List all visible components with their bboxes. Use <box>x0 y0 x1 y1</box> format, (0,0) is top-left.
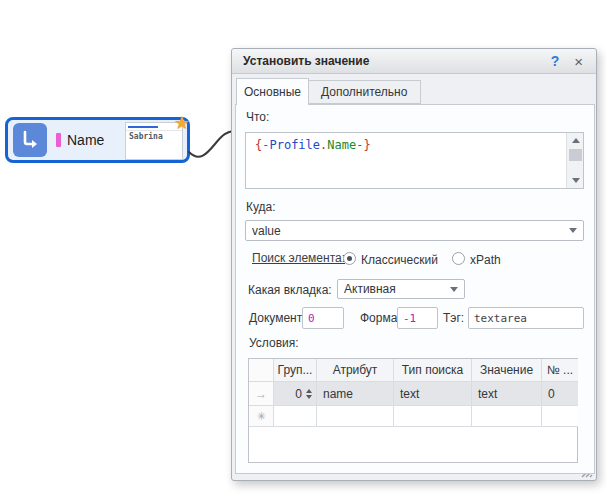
document-label: Документ: <box>249 311 306 325</box>
set-value-arrow-icon <box>13 123 47 157</box>
which-tab-combobox[interactable]: Активная <box>337 279 465 299</box>
search-element-link[interactable]: Поиск элемента: <box>252 251 345 265</box>
conditions-label: Условия: <box>249 336 299 350</box>
cell-attribute-value: name <box>323 387 353 401</box>
help-icon[interactable]: ? <box>551 53 560 69</box>
new-row-indicator: ✳ <box>249 406 274 427</box>
connector-line <box>185 118 237 164</box>
macro-open: {- <box>255 138 269 152</box>
document-input[interactable]: 0 <box>302 307 344 329</box>
scroll-up-icon[interactable] <box>567 133 584 148</box>
conditions-grid[interactable]: Груп... Атрибут Тип поиска Значение № ..… <box>248 358 578 463</box>
form-label: Форма: <box>360 311 401 325</box>
grid-header-gutter <box>249 359 274 382</box>
spin-down-icon <box>306 395 312 399</box>
dialog-title: Установить значение <box>243 54 369 68</box>
cell-number[interactable]: 0 <box>542 382 578 406</box>
new-cell-group[interactable] <box>274 406 317 427</box>
action-node-set-value[interactable]: Name Sabrina ★ <box>5 117 190 163</box>
what-textarea[interactable]: {-Profile.Name-} <box>245 132 584 189</box>
cell-search-type-value: text <box>400 387 419 401</box>
which-tab-label: Какая вкладка: <box>248 283 332 297</box>
tab-osnovnye[interactable]: Основные <box>236 78 309 105</box>
node-label: Name <box>67 132 104 148</box>
grid-row-1[interactable]: → 0 name text text 0 <box>249 382 577 406</box>
chevron-down-icon <box>450 287 458 292</box>
macro-property: Name <box>327 138 356 152</box>
tab-panel: Что: {-Profile.Name-} Куда: value Поиск … <box>235 104 595 474</box>
preview-value-text: Sabrina <box>129 132 163 141</box>
radio-xpath[interactable] <box>452 252 465 265</box>
row-arrow-icon: → <box>255 387 267 401</box>
where-combobox-value: value <box>252 224 281 238</box>
cell-value-value: text <box>478 387 497 401</box>
new-cell-search-type[interactable] <box>394 406 472 427</box>
what-label: Что: <box>246 110 269 124</box>
radio-xpath-label[interactable]: xPath <box>470 253 501 267</box>
new-row-icon: ✳ <box>256 410 265 423</box>
set-value-dialog: Установить значение ? × Основные Дополни… <box>231 48 597 481</box>
grid-new-row[interactable]: ✳ <box>249 406 577 427</box>
grid-header-search-type[interactable]: Тип поиска <box>394 359 472 382</box>
grid-header-group[interactable]: Груп... <box>274 359 317 382</box>
cell-number-value: 0 <box>548 387 555 401</box>
macro-expression: {-Profile.Name-} <box>255 138 371 152</box>
form-input-value: -1 <box>403 312 416 325</box>
chevron-down-icon <box>569 228 577 233</box>
grid-header-attribute[interactable]: Атрибут <box>317 359 394 382</box>
cell-attribute[interactable]: name <box>317 382 394 406</box>
new-cell-number[interactable] <box>542 406 578 427</box>
tag-input[interactable]: textarea <box>468 307 584 329</box>
form-input[interactable]: -1 <box>397 307 438 329</box>
close-icon[interactable]: × <box>574 53 583 70</box>
tab-dopolnitelno[interactable]: Дополнительно <box>307 80 421 104</box>
dialog-titlebar[interactable]: Установить значение ? × <box>232 49 596 74</box>
grid-header-row: Груп... Атрибут Тип поиска Значение № ..… <box>249 359 577 382</box>
cell-group[interactable]: 0 <box>274 382 317 406</box>
scrollbar-thumb[interactable] <box>569 149 582 161</box>
radio-classic-label[interactable]: Классический <box>361 253 438 267</box>
node-accent-bar <box>56 133 61 147</box>
document-input-value: 0 <box>308 312 315 325</box>
radio-classic[interactable] <box>343 252 356 265</box>
which-tab-combobox-value: Активная <box>344 282 396 296</box>
scroll-down-icon[interactable] <box>567 173 584 188</box>
tag-input-value: textarea <box>474 312 527 325</box>
new-cell-value[interactable] <box>472 406 542 427</box>
group-spinner[interactable] <box>306 389 312 399</box>
cell-value[interactable]: text <box>472 382 542 406</box>
macro-close: -} <box>356 138 370 152</box>
new-cell-attribute[interactable] <box>317 406 394 427</box>
macro-object: Profile <box>269 138 320 152</box>
tag-label: Тэг: <box>443 311 464 325</box>
spin-up-icon <box>306 389 312 393</box>
current-row-indicator: → <box>249 382 274 406</box>
grid-header-number[interactable]: № ... <box>542 359 578 382</box>
where-combobox[interactable]: value <box>245 220 584 241</box>
textarea-scrollbar[interactable] <box>566 133 583 188</box>
node-preview-thumbnail: Sabrina ★ <box>125 122 183 160</box>
grid-header-value[interactable]: Значение <box>472 359 542 382</box>
cell-group-value: 0 <box>295 387 302 401</box>
cell-search-type[interactable]: text <box>394 382 472 406</box>
where-label: Куда: <box>246 200 276 214</box>
preview-progress-line <box>128 126 158 128</box>
